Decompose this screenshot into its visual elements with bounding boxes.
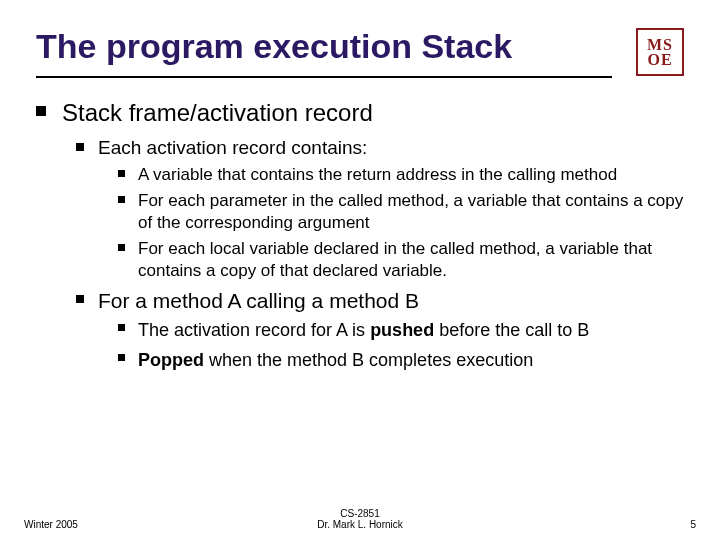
lvl2a-text: Each activation record contains:: [98, 136, 684, 160]
footer-center: CS-2851 Dr. Mark L. Hornick: [124, 508, 596, 530]
bullet-lvl3: A variable that contains the return addr…: [98, 164, 684, 186]
lvl3-text: For each local variable declared in the …: [138, 238, 684, 282]
bullet-lvl3: For each parameter in the called method,…: [98, 190, 684, 234]
slide-footer: Winter 2005 CS-2851 Dr. Mark L. Hornick …: [0, 508, 720, 530]
text-bold: Popped: [138, 350, 204, 370]
lvl3-text-rich: Popped when the method B completes execu…: [138, 348, 684, 373]
text-post: before the call to B: [434, 320, 589, 340]
text-post: when the method B completes execution: [204, 350, 533, 370]
footer-author: Dr. Mark L. Hornick: [124, 519, 596, 530]
bullet-lvl3: For each local variable declared in the …: [98, 238, 684, 282]
text-pre: The activation record for A is: [138, 320, 370, 340]
bullet-lvl2-b: For a method A calling a method B The ac…: [62, 288, 684, 373]
lvl1-text: Stack frame/activation record: [62, 98, 684, 128]
slide-content: Stack frame/activation record Each activ…: [36, 76, 684, 373]
title-row: The program execution Stack MS OE: [36, 28, 684, 76]
bullet-lvl3: Popped when the method B completes execu…: [98, 348, 684, 373]
bullet-lvl3: The activation record for A is pushed be…: [98, 318, 684, 343]
footer-page-number: 5: [596, 519, 696, 530]
lvl2b-text: For a method A calling a method B: [98, 288, 684, 314]
lvl3-text: A variable that contains the return addr…: [138, 164, 684, 186]
footer-left: Winter 2005: [24, 519, 124, 530]
logo-line-1: MS: [647, 37, 673, 52]
bullet-lvl2-a: Each activation record contains: A varia…: [62, 136, 684, 282]
lvl3-text-rich: The activation record for A is pushed be…: [138, 318, 684, 343]
slide-title: The program execution Stack: [36, 28, 512, 71]
lvl3-text: For each parameter in the called method,…: [138, 190, 684, 234]
text-bold: pushed: [370, 320, 434, 340]
bullet-lvl1: Stack frame/activation record Each activ…: [36, 98, 684, 373]
title-underline: [36, 76, 612, 78]
logo-line-2: OE: [647, 52, 672, 67]
msoe-logo: MS OE: [636, 28, 684, 76]
footer-course: CS-2851: [124, 508, 596, 519]
